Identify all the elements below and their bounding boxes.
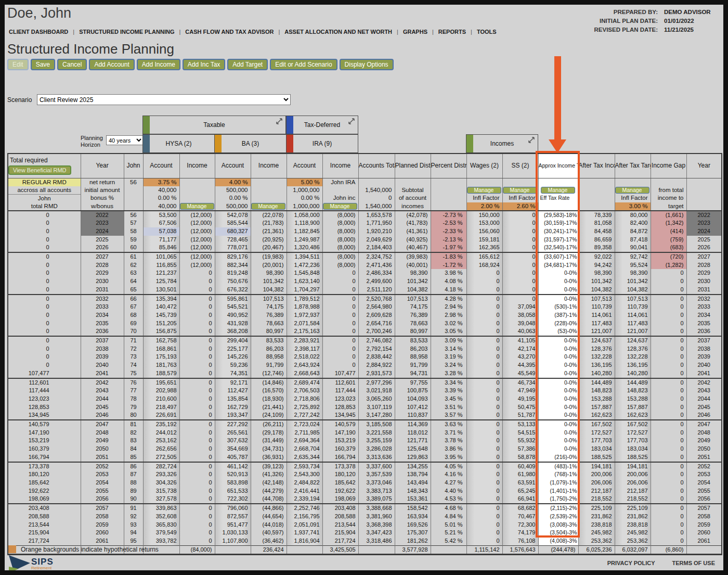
group-hysa[interactable]: HYSA (2) <box>142 134 215 153</box>
manage-button[interactable]: Manage <box>180 203 214 210</box>
table-row: 213,544205993365,8300951,477(44,018)2,05… <box>8 521 722 529</box>
subheader-row: Johnbonus %0.00 %0.00 %0.00 %John inc0of… <box>8 194 722 202</box>
column-header-after-tax-income: After Tax Income <box>578 154 615 178</box>
column-header-planned-distribution: Planned Distribution <box>395 154 431 178</box>
add-inc-tax-button[interactable]: Add Inc Tax <box>183 59 225 70</box>
table-row: 0203367140,4720545,52174,1751,878,98802,… <box>8 303 722 311</box>
cancel-button[interactable]: Cancel <box>57 59 87 70</box>
manage-button[interactable]: Manage <box>323 203 357 210</box>
save-button[interactable]: Save <box>31 59 55 70</box>
column-header-account: Account <box>143 154 179 178</box>
table-row: 020225653,500(12,000)542,078(22,078)1,05… <box>8 211 722 220</box>
column-header-accounts-total: Accounts Total <box>358 154 395 178</box>
revised-plan-date-label: REVISED PLAN DATE: <box>594 25 658 34</box>
manage-button[interactable]: Manage <box>251 203 285 210</box>
nav-item-asset-allocation-and-net-worth[interactable]: ASSET ALLOCATION AND NET WORTH <box>284 29 392 35</box>
table-row: 020266085,846(12,000)778,071(20,467)1,32… <box>8 244 722 252</box>
prepared-by-value: DEMO ADVISOR <box>664 8 716 17</box>
main-nav: CLIENT DASHBOARD|STRUCTURED INCOME PLANN… <box>9 29 501 35</box>
table-row: 020255971,177(12,000)728,465(20,925)1,24… <box>8 236 722 244</box>
column-header-income: Income <box>251 154 287 178</box>
table-row: 0203771162,7580299,40483,5332,283,92102,… <box>8 336 722 345</box>
edit-or-add-scenario-button[interactable]: Edit or Add Scenario <box>270 59 337 70</box>
nav-separator: | <box>397 29 398 35</box>
table-row: 020245857,038(12,000)680,327(21,361)1,18… <box>8 227 722 236</box>
table-row: 0202862116,855(12,000)882,344(20,001)1,4… <box>8 261 722 270</box>
group-tax-deferred-label: Tax-Deferred <box>304 121 340 129</box>
planning-horizon-select[interactable]: 40 years <box>106 135 144 145</box>
nav-item-tools[interactable]: TOOLS <box>477 29 497 35</box>
column-header-john: John <box>124 154 143 178</box>
group-ira[interactable]: IRA (9) <box>286 134 358 153</box>
collapse-icon[interactable] <box>528 136 535 145</box>
ira-tab <box>287 135 293 152</box>
scenario-select[interactable]: Client Review 2025 <box>37 94 291 105</box>
table-row: 217,724206195393,78201,107,800(36,462)1,… <box>8 537 722 545</box>
page: Doe, John PREPARED BY:DEMO ADVISOR INITI… <box>5 5 723 570</box>
table-row: 134,945204680226,6910193,347(24,109)2,72… <box>8 411 722 420</box>
revised-plan-date-value: 11/21/2025 <box>664 25 716 34</box>
table-row: 112,601204276195,651092,171(14,846)2,689… <box>8 378 722 387</box>
add-target-button[interactable]: Add Target <box>227 59 268 70</box>
table-row: 173,378205286282,7240461,142(39,123)2,59… <box>8 462 722 471</box>
manage-button[interactable]: Manage <box>503 187 537 194</box>
manage-button[interactable]: Manage <box>541 187 575 194</box>
terms-of-use-link[interactable]: TERMS OF USE <box>672 560 715 566</box>
column-header-year: Year <box>81 154 124 178</box>
edit-button[interactable]: Edit <box>7 59 29 70</box>
legend: Orange backgrounds indicate hypothetical… <box>8 545 159 553</box>
incomes-tab <box>466 135 473 152</box>
nav-item-client-dashboard[interactable]: CLIENT DASHBOARD <box>9 29 68 35</box>
group-incomes-label: Incomes <box>490 140 514 147</box>
table-row: 147,190204882244,0120265,561(29,178)2,71… <box>8 429 722 437</box>
table-row: 0204074181,763059,23691,7992,643,92402,8… <box>8 361 722 369</box>
manage-button[interactable]: Manage <box>467 187 501 194</box>
add-account-button[interactable]: Add Account <box>89 59 134 70</box>
nav-separator: | <box>179 29 180 35</box>
group-hysa-label: HYSA (2) <box>165 140 191 147</box>
nav-item-structured-income-planning[interactable]: STRUCTURED INCOME PLANNING <box>79 29 174 35</box>
plan-info: PREPARED BY:DEMO ADVISOR INITIAL PLAN DA… <box>594 8 716 34</box>
group-incomes[interactable]: Incomes <box>466 134 538 153</box>
column-header-approx-income-tax-3: Approx Income Tax (3) <box>538 154 578 178</box>
table-row: 0203569151,2050431,92878,6632,071,58402,… <box>8 320 722 328</box>
subheader-row: accross all accountsinitial amount40,000… <box>8 186 722 195</box>
prepared-by-label: PREPARED BY: <box>614 8 658 17</box>
column-header-percent-distribution: Percent Distribution <box>431 154 466 178</box>
subheader-row: REGULAR RMDnet return563.75 %4.00 %5.00 … <box>8 178 722 186</box>
nav-item-reports[interactable]: REPORTS <box>438 29 466 35</box>
collapse-icon[interactable] <box>348 118 355 126</box>
tax-column-arrowhead-icon <box>549 139 566 153</box>
collapse-icon[interactable] <box>276 118 283 126</box>
table-row: 0203670156,8750368,20880,9972,175,16302,… <box>8 327 722 336</box>
group-taxable[interactable]: Taxable <box>142 116 286 134</box>
table-row: 180,120205387293,3260520,913(41,326)2,54… <box>8 470 722 479</box>
group-ira-label: IRA (9) <box>313 140 332 147</box>
column-header-year: Year <box>686 154 722 178</box>
nav-item-graphs[interactable]: GRAPHS <box>403 29 427 35</box>
column-header-after-tax-target-7: After Tax Target (7) <box>615 154 651 178</box>
table-row: 0203872168,8610225,17786,2032,398,11702,… <box>8 345 722 353</box>
group-ba[interactable]: BA (3) <box>214 134 287 153</box>
nav-item-cash-flow-and-tax-advisor[interactable]: CASH FLOW AND TAX ADVISOR <box>185 29 274 35</box>
group-taxable-label: Taxable <box>203 121 225 129</box>
table-row: 0203973175,1930145,22688,9582,518,02202,… <box>8 353 722 361</box>
column-header-account: Account <box>215 154 251 178</box>
view-beneficial-rmd-button[interactable]: View Beneficial RMD <box>8 165 71 175</box>
privacy-policy-link[interactable]: PRIVACY POLICY <box>607 560 655 566</box>
add-income-button[interactable]: Add Income <box>137 59 180 70</box>
toolbar: EditSaveCancelAdd AccountAdd IncomeAdd I… <box>7 59 396 70</box>
manage-button[interactable]: Manage <box>615 187 649 194</box>
tax-deferred-tab <box>287 116 293 134</box>
table-row: 208,588205892352,6080872,557(44,654)2,15… <box>8 513 722 521</box>
table-row: 185,642205488304,3260583,898(42,148)2,48… <box>8 479 722 487</box>
display-options-button[interactable]: Display Options <box>340 59 394 70</box>
orange-swatch-icon <box>8 545 16 553</box>
page-title: Structured Income Planning <box>7 41 174 57</box>
group-tax-deferred[interactable]: Tax-Deferred <box>286 116 358 134</box>
ba-tab <box>215 135 222 152</box>
column-header-total-required: Total requiredView Beneficial RMD <box>8 154 81 178</box>
nav-separator: | <box>278 29 280 35</box>
column-header-income: Income <box>179 154 215 178</box>
table-row: 0202963121,2370819,24898,3901,545,84802,… <box>8 269 722 277</box>
